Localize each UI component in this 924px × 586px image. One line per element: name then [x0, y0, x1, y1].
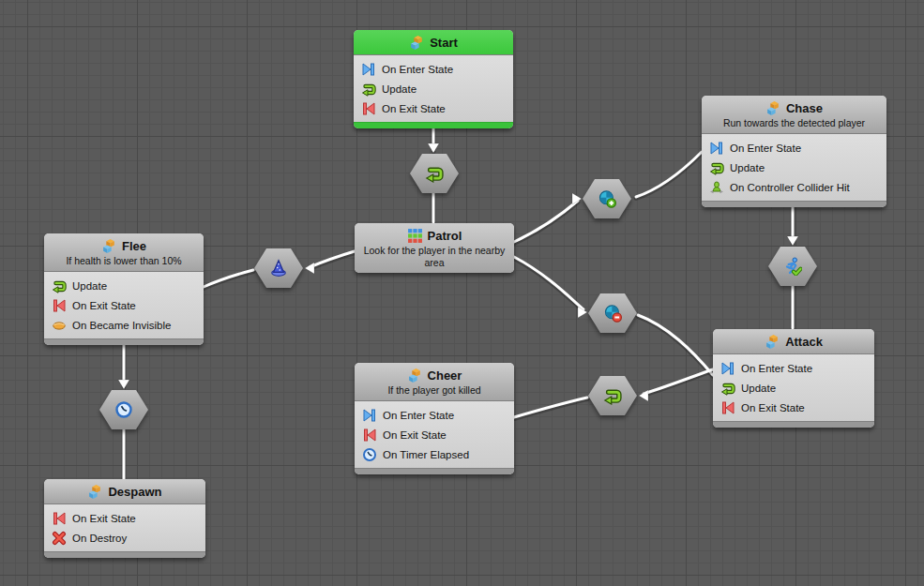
event-row: Update: [713, 378, 874, 398]
state-node-attack[interactable]: AttackOn Enter StateUpdateOn Exit State: [713, 329, 874, 428]
transition-node-flee-despawn[interactable]: [99, 390, 148, 429]
state-cubes-icon: [765, 100, 781, 116]
timer-clock-icon: [114, 400, 133, 419]
event-row: On Enter State: [355, 405, 514, 425]
transition-shape: [583, 179, 631, 218]
event-row: On Exit State: [355, 425, 514, 444]
node-event-list: On Exit StateOn Destroy: [44, 504, 205, 551]
on-exit-state-icon: [720, 400, 735, 415]
edge-t6-to-cheer-shadow: [514, 399, 587, 419]
state-node-flee[interactable]: FleeIf health is lower than 10%UpdateOn …: [44, 233, 204, 345]
transition-node-patrol-chase[interactable]: [583, 179, 631, 218]
node-event-list: On Enter StateUpdateOn Controller Collid…: [702, 134, 886, 201]
edge-attack-to-t6-arrowhead: [639, 390, 648, 401]
state-node-cheer[interactable]: CheerIf the player got killedOn Enter St…: [355, 363, 514, 474]
event-label: On Enter State: [382, 63, 453, 76]
edge-patrol-to-t2: [310, 251, 355, 267]
node-title: Attack: [785, 334, 823, 350]
state-cubes-icon: [765, 334, 780, 350]
node-header: ChaseRun towards the detected player: [702, 96, 886, 134]
node-event-list: On Enter StateOn Exit StateOn Timer Elap…: [355, 401, 514, 468]
event-label: Update: [382, 83, 417, 96]
node-header: Despawn: [44, 479, 205, 504]
event-row: Update: [354, 79, 513, 98]
transition-node-attack-cheer[interactable]: [588, 376, 637, 415]
state-node-start[interactable]: StartOn Enter StateUpdateOn Exit State: [354, 30, 513, 128]
timer-clock-icon: [362, 447, 377, 462]
graph-canvas[interactable]: StartOn Enter StateUpdateOn Exit State C…: [0, 0, 924, 586]
event-row: On Exit State: [713, 398, 874, 417]
update-loop-icon: [709, 160, 724, 175]
event-label: On Enter State: [730, 142, 801, 155]
node-header: FleeIf health is lower than 10%: [44, 233, 204, 272]
node-title: Chase: [786, 100, 823, 116]
node-footer: [702, 201, 886, 207]
event-label: On Controller Collider Hit: [730, 181, 850, 194]
state-node-patrol[interactable]: PatrolLook for the player in the nearby …: [355, 223, 514, 273]
node-subtitle: If health is lower than 10%: [50, 255, 198, 267]
edge-patrol-to-t4-shadow: [514, 259, 583, 311]
event-row: On Enter State: [713, 358, 874, 378]
transition-node-patrol-flee[interactable]: [254, 248, 303, 288]
node-title: Patrol: [428, 228, 462, 244]
on-exit-state-icon: [361, 101, 376, 116]
transition-shape: [768, 247, 817, 286]
trigger-exit-sphere-icon: [603, 304, 622, 323]
edge-t4-to-attack-shadow: [638, 317, 713, 377]
event-label: On Exit State: [382, 102, 446, 115]
event-label: On Exit State: [741, 401, 805, 414]
node-footer: [355, 468, 514, 474]
on-enter-state-icon: [361, 62, 376, 77]
transition-node-start-patrol[interactable]: [410, 154, 459, 193]
on-exit-state-icon: [52, 298, 67, 313]
transition-shape: [588, 293, 637, 333]
event-label: On Exit State: [383, 428, 447, 442]
state-cubes-icon: [101, 238, 117, 254]
node-footer: [354, 122, 513, 128]
transition-node-patrol-attack[interactable]: [588, 293, 637, 333]
event-label: On Timer Elapsed: [383, 448, 469, 461]
event-row: On Enter State: [354, 59, 513, 79]
state-machine-grid-icon: [407, 228, 423, 244]
event-label: Update: [730, 161, 765, 174]
node-event-list: On Enter StateUpdateOn Exit State: [354, 55, 513, 122]
state-node-despawn[interactable]: DespawnOn Exit StateOn Destroy: [44, 479, 205, 558]
edge-patrol-to-t3: [514, 201, 578, 242]
event-row: Update: [702, 158, 886, 177]
event-row: On Timer Elapsed: [355, 444, 514, 464]
edge-t3-to-chase: [636, 152, 702, 197]
event-row: On Exit State: [44, 508, 205, 528]
state-cubes-icon: [87, 484, 103, 500]
node-footer: [713, 421, 874, 428]
event-label: On Enter State: [741, 362, 812, 375]
node-title: Start: [430, 35, 458, 51]
state-node-chase[interactable]: ChaseRun towards the detected playerOn E…: [702, 96, 886, 207]
update-loop-icon: [425, 164, 444, 183]
edge-t6-to-cheer: [514, 398, 587, 417]
transition-shape: [99, 390, 148, 429]
transition-shape: [588, 376, 637, 415]
node-title: Despawn: [108, 484, 161, 500]
event-row: On Became Invisible: [44, 315, 204, 335]
update-loop-icon: [52, 278, 67, 293]
node-header: CheerIf the player got killed: [355, 363, 514, 401]
event-label: On Exit State: [72, 299, 136, 312]
on-enter-state-icon: [709, 141, 724, 156]
update-loop-icon: [720, 381, 735, 396]
edge-start-to-t1-arrowhead: [428, 143, 439, 153]
node-event-list: UpdateOn Exit StateOn Became Invisible: [44, 272, 204, 338]
destroy-x-icon: [52, 531, 67, 546]
node-title: Flee: [122, 238, 146, 254]
on-enter-state-icon: [720, 361, 735, 376]
event-row: On Exit State: [354, 98, 513, 118]
node-footer: [44, 551, 205, 558]
on-enter-state-icon: [362, 408, 377, 423]
edge-patrol-to-t2-arrowhead: [305, 263, 314, 274]
node-footer: [44, 338, 204, 345]
event-label: Update: [741, 382, 776, 395]
transition-shape: [254, 248, 303, 288]
transition-node-chase-attack[interactable]: [768, 247, 817, 286]
edge-patrol-to-t2-shadow: [310, 253, 355, 269]
event-label: Update: [72, 279, 107, 293]
node-header: PatrolLook for the player in the nearby …: [355, 223, 514, 273]
